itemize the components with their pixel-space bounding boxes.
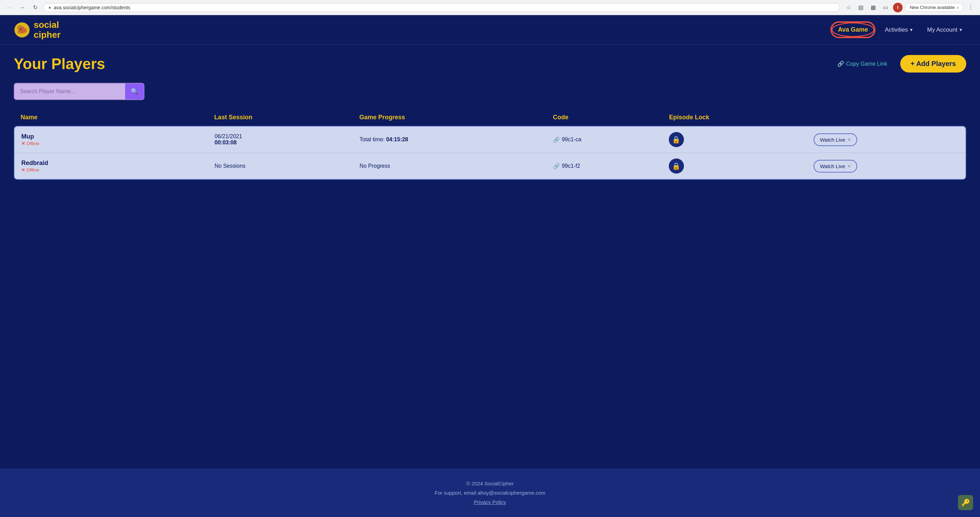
refresh-button[interactable]: ↻ <box>30 3 40 13</box>
ava-game-link[interactable]: Ava Game <box>832 22 875 37</box>
secure-icon: ● <box>48 5 51 10</box>
back-button[interactable]: ← <box>4 3 14 13</box>
my-account-chevron: ▼ <box>959 27 963 32</box>
session-cell: 06/21/2021 00:03:08 <box>215 134 360 146</box>
footer-text: © 2024 SocialCipher For support, email a… <box>14 479 966 507</box>
app-container: 🏀 social cipher Ava Game Activities ▼ My… <box>0 15 980 517</box>
add-players-button[interactable]: + Add Players <box>900 55 966 73</box>
logo-icon: 🏀 <box>14 22 30 38</box>
session-time: 00:03:08 <box>215 140 360 146</box>
logo[interactable]: 🏀 social cipher <box>14 20 60 40</box>
svg-text:🏀: 🏀 <box>18 26 26 34</box>
col-header-actions <box>814 114 959 121</box>
player-name: Redbraid <box>21 159 215 167</box>
search-container: 🔍 <box>14 83 966 100</box>
watch-live-label: Watch Live <box>820 137 845 143</box>
progress-cell: Total time: 04:15:28 <box>360 137 553 143</box>
watch-live-close-icon[interactable]: ✕ <box>847 164 851 169</box>
copy-game-link-button[interactable]: 🔗 Copy Game Link <box>832 58 892 70</box>
watch-live-label: Watch Live <box>820 163 845 169</box>
activities-chevron: ▼ <box>909 27 913 32</box>
player-name: Mup <box>21 133 215 140</box>
page-title: Your Players <box>14 55 105 73</box>
browser-actions: ☆ ▤ ▩ ▭ I New Chrome available › ⋮ <box>843 2 976 13</box>
menu-button[interactable]: ⋮ <box>966 2 976 13</box>
player-status: ✕ Offline <box>21 141 215 146</box>
key-icon: 🔑 <box>961 498 970 507</box>
search-input[interactable] <box>14 84 125 99</box>
col-header-code: Code <box>553 114 669 121</box>
search-icon: 🔍 <box>130 87 138 95</box>
activities-dropdown[interactable]: Activities ▼ <box>881 24 917 35</box>
new-chrome-chevron: › <box>957 5 958 10</box>
col-header-name: Name <box>21 114 214 121</box>
page-header: Your Players 🔗 Copy Game Link + Add Play… <box>14 55 966 73</box>
url-text: ava.socialciphergame.com/students <box>54 5 835 10</box>
status-x-icon: ✕ <box>21 167 25 173</box>
new-chrome-label: New Chrome available <box>910 5 955 10</box>
media-button[interactable]: ▩ <box>868 2 878 13</box>
footer: © 2024 SocialCipher For support, email a… <box>0 469 980 517</box>
search-button[interactable]: 🔍 <box>125 84 144 99</box>
watch-live-close-icon[interactable]: ✕ <box>847 137 851 142</box>
split-button[interactable]: ▭ <box>881 2 891 13</box>
lock-icon: 🔒 <box>672 135 681 144</box>
table-row: Redbraid ✕ Offline No Sessions No Progre… <box>14 153 966 179</box>
session-cell: No Sessions <box>215 163 360 169</box>
code-value: 99c1-ca <box>562 137 581 143</box>
session-date: No Sessions <box>215 163 360 169</box>
progress-cell: No Progress <box>360 163 553 169</box>
table-row: Mup ✕ Offline 06/21/2021 00:03:08 Total … <box>14 127 966 153</box>
browser-chrome: ← → ↻ ● ava.socialciphergame.com/student… <box>0 0 980 15</box>
link-icon: 🔗 <box>837 60 844 67</box>
lock-icon: 🔒 <box>672 162 681 170</box>
player-name-cell: Mup ✕ Offline <box>21 133 215 146</box>
search-input-wrapper: 🔍 <box>14 83 145 100</box>
profile-avatar[interactable]: I <box>893 3 903 13</box>
player-status: ✕ Offline <box>21 167 215 173</box>
extensions-button[interactable]: ▤ <box>856 2 866 13</box>
players-list: Mup ✕ Offline 06/21/2021 00:03:08 Total … <box>14 126 966 180</box>
col-header-game-progress: Game Progress <box>360 114 553 121</box>
code-link-icon: 🔗 <box>553 137 560 143</box>
table-header: Name Last Session Game Progress Code Epi… <box>14 110 966 124</box>
footer-support: For support, email ahoy@socialciphergame… <box>14 488 966 497</box>
forward-button[interactable]: → <box>17 3 27 13</box>
new-chrome-button[interactable]: New Chrome available › <box>905 3 964 12</box>
code-value: 99c1-f2 <box>562 163 580 169</box>
watch-live-cell: Watch Live ✕ <box>814 134 959 146</box>
watch-live-button[interactable]: Watch Live ✕ <box>814 134 857 146</box>
address-bar[interactable]: ● ava.socialciphergame.com/students <box>43 3 840 12</box>
lock-button[interactable]: 🔒 <box>669 159 684 173</box>
player-name-cell: Redbraid ✕ Offline <box>21 159 215 173</box>
col-header-episode-lock: Episode Lock <box>669 114 814 121</box>
watch-live-button[interactable]: Watch Live ✕ <box>814 160 857 173</box>
watch-live-cell: Watch Live ✕ <box>814 160 959 173</box>
my-account-dropdown[interactable]: My Account ▼ <box>924 24 966 35</box>
lock-button[interactable]: 🔒 <box>669 132 684 147</box>
footer-copyright: © 2024 SocialCipher <box>14 479 966 488</box>
code-cell: 🔗 99c1-f2 <box>553 163 669 169</box>
bookmark-button[interactable]: ☆ <box>843 2 854 13</box>
logo-text: social cipher <box>34 20 60 40</box>
session-date: 06/21/2021 <box>215 134 360 140</box>
code-link-icon: 🔗 <box>553 163 560 169</box>
header-actions: 🔗 Copy Game Link + Add Players <box>832 55 966 73</box>
col-header-last-session: Last Session <box>214 114 360 121</box>
nav-links: Ava Game Activities ▼ My Account ▼ <box>832 22 966 37</box>
navbar: 🏀 social cipher Ava Game Activities ▼ My… <box>0 15 980 45</box>
lock-cell: 🔒 <box>669 159 814 173</box>
lock-cell: 🔒 <box>669 132 814 147</box>
main-content: Your Players 🔗 Copy Game Link + Add Play… <box>0 45 980 469</box>
code-cell: 🔗 99c1-ca <box>553 137 669 143</box>
privacy-policy-link[interactable]: Privacy Policy <box>474 499 506 505</box>
status-x-icon: ✕ <box>21 141 25 146</box>
floating-key-button[interactable]: 🔑 <box>958 495 973 510</box>
